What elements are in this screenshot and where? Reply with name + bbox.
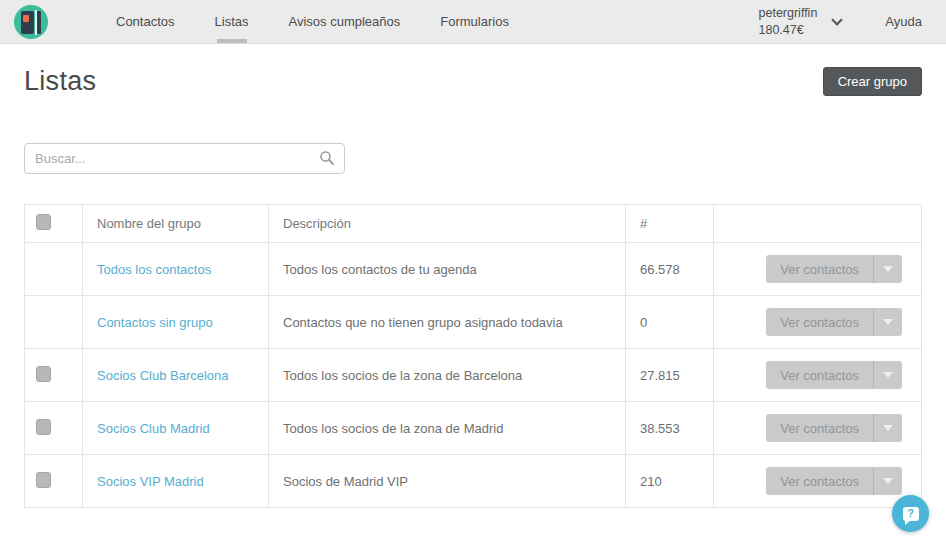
group-link[interactable]: Todos los contactos (97, 262, 211, 277)
group-description: Todos los socios de la zona de Barcelona (269, 349, 626, 402)
ver-contactos-button[interactable]: Ver contactos (766, 467, 873, 495)
main-nav: Contactos Listas Avisos cumpleaños Formu… (96, 0, 529, 43)
group-count: 27.815 (626, 349, 714, 402)
user-balance: 180.47€ (759, 22, 804, 38)
actions-dropdown-toggle[interactable] (873, 361, 902, 389)
table-header-row: Nombre del grupo Descripción # (25, 205, 922, 243)
user-info: petergriffin 180.47€ (759, 5, 818, 38)
chevron-down-icon (832, 14, 843, 25)
group-link[interactable]: Contactos sin grupo (97, 315, 213, 330)
top-nav: Contactos Listas Avisos cumpleaños Formu… (0, 0, 946, 44)
col-header-actions (714, 205, 922, 243)
help-link[interactable]: Ayuda (885, 14, 922, 29)
row-actions: Ver contactos (766, 414, 902, 442)
caret-down-icon (883, 372, 893, 378)
nav-item-contactos[interactable]: Contactos (96, 0, 195, 43)
row-actions: Ver contactos (766, 308, 902, 336)
group-count: 0 (626, 296, 714, 349)
caret-down-icon (883, 266, 893, 272)
search-icon[interactable] (319, 150, 335, 166)
group-description: Contactos que no tienen grupo asignado t… (269, 296, 626, 349)
nav-item-formularios[interactable]: Formularios (420, 0, 529, 43)
table-row-socios-club-madrid: Socios Club Madrid Todos los socios de l… (25, 402, 922, 455)
table-row-socios-club-barcelona: Socios Club Barcelona Todos los socios d… (25, 349, 922, 402)
group-count: 210 (626, 455, 714, 508)
table-row-socios-vip-madrid: Socios VIP Madrid Socios de Madrid VIP 2… (25, 455, 922, 508)
select-all-checkbox[interactable] (36, 214, 51, 230)
row-actions: Ver contactos (766, 467, 902, 495)
col-header-name: Nombre del grupo (83, 205, 269, 243)
page-title: Listas (24, 66, 96, 97)
header-right: petergriffin 180.47€ Ayuda (759, 5, 922, 38)
group-link[interactable]: Socios Club Madrid (97, 421, 210, 436)
app-window: Contactos Listas Avisos cumpleaños Formu… (0, 0, 946, 548)
chat-bubble-icon: ? (903, 507, 919, 521)
actions-dropdown-toggle[interactable] (873, 467, 902, 495)
col-header-description: Descripción (269, 205, 626, 243)
help-chat-button[interactable]: ? (892, 495, 929, 532)
actions-dropdown-toggle[interactable] (873, 308, 902, 336)
table-row-todos-los-contactos: Todos los contactos Todos los contactos … (25, 243, 922, 296)
main-content: Listas Crear grupo Nombre del grupo Desc… (0, 44, 946, 508)
ver-contactos-button[interactable]: Ver contactos (766, 414, 873, 442)
ver-contactos-button[interactable]: Ver contactos (766, 361, 873, 389)
logo-tag-icon (23, 15, 29, 22)
user-menu[interactable]: petergriffin 180.47€ (759, 5, 842, 38)
row-actions: Ver contactos (766, 255, 902, 283)
title-row: Listas Crear grupo (24, 66, 922, 97)
logo-book-icon (21, 11, 34, 34)
actions-dropdown-toggle[interactable] (873, 255, 902, 283)
row-checkbox[interactable] (36, 419, 51, 435)
caret-down-icon (883, 319, 893, 325)
table-row-contactos-sin-grupo: Contactos sin grupo Contactos que no tie… (25, 296, 922, 349)
create-group-button[interactable]: Crear grupo (823, 67, 922, 96)
group-count: 66.578 (626, 243, 714, 296)
col-header-count: # (626, 205, 714, 243)
group-description: Socios de Madrid VIP (269, 455, 626, 508)
row-checkbox[interactable] (36, 366, 51, 382)
search-box (24, 143, 345, 174)
caret-down-icon (883, 425, 893, 431)
logo-back-icon (37, 11, 41, 34)
row-checkbox[interactable] (36, 472, 51, 488)
group-link[interactable]: Socios Club Barcelona (97, 368, 229, 383)
group-description: Todos los contactos de tu agenda (269, 243, 626, 296)
user-name: petergriffin (759, 5, 818, 21)
group-count: 38.553 (626, 402, 714, 455)
row-actions: Ver contactos (766, 361, 902, 389)
chat-question-glyph: ? (907, 508, 914, 519)
nav-item-avisos-cumpleanos[interactable]: Avisos cumpleaños (269, 0, 421, 43)
ver-contactos-button[interactable]: Ver contactos (766, 255, 873, 283)
actions-dropdown-toggle[interactable] (873, 414, 902, 442)
group-description: Todos los socios de la zona de Madrid (269, 402, 626, 455)
group-link[interactable]: Socios VIP Madrid (97, 474, 204, 489)
ver-contactos-button[interactable]: Ver contactos (766, 308, 873, 336)
caret-down-icon (883, 478, 893, 484)
search-input[interactable] (24, 143, 345, 174)
groups-table: Nombre del grupo Descripción # Todos los… (24, 204, 922, 508)
nav-item-listas[interactable]: Listas (195, 0, 269, 43)
app-logo[interactable] (14, 5, 48, 39)
